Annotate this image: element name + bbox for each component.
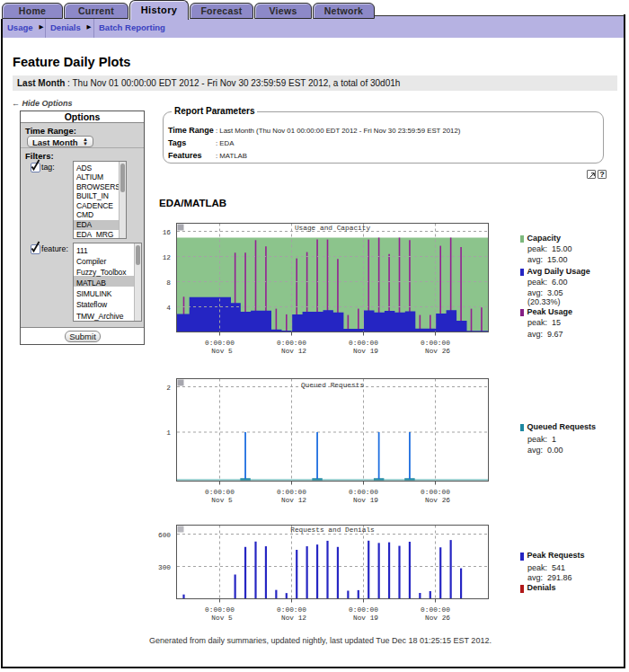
- svg-text:0:00:00: 0:00:00: [205, 340, 235, 347]
- svg-text:0:00:00: 0:00:00: [277, 606, 306, 614]
- svg-text:0:00:00: 0:00:00: [421, 606, 450, 614]
- svg-text:Nov 26: Nov 26: [425, 348, 450, 355]
- svg-text:300: 300: [158, 564, 171, 571]
- svg-text:Nov 26: Nov 26: [425, 497, 450, 504]
- svg-text:Nov 5: Nov 5: [211, 348, 233, 355]
- svg-text:1: 1: [166, 429, 171, 437]
- svg-text:0:00:00: 0:00:00: [349, 606, 378, 614]
- svg-text:600: 600: [158, 532, 171, 539]
- svg-text:Usage and Capacity: Usage and Capacity: [295, 225, 371, 232]
- svg-text:Nov 5: Nov 5: [211, 615, 233, 622]
- svg-text:0:00:00: 0:00:00: [421, 340, 450, 347]
- svg-text:Nov 12: Nov 12: [281, 497, 306, 504]
- svg-text:0:00:00: 0:00:00: [349, 340, 378, 347]
- svg-text:Nov 19: Nov 19: [353, 348, 378, 355]
- svg-text:0:00:00: 0:00:00: [277, 340, 306, 347]
- svg-text:Nov 12: Nov 12: [281, 615, 306, 622]
- svg-text:0:00:00: 0:00:00: [349, 489, 378, 496]
- svg-text:Nov 12: Nov 12: [281, 348, 306, 355]
- svg-text:Nov 19: Nov 19: [353, 497, 378, 504]
- svg-text:Nov 19: Nov 19: [353, 615, 378, 622]
- svg-text:0:00:00: 0:00:00: [277, 489, 306, 496]
- svg-text:Requests and Denials: Requests and Denials: [290, 526, 375, 534]
- svg-text:12: 12: [163, 254, 172, 261]
- svg-text:Nov 5: Nov 5: [211, 497, 233, 504]
- svg-text:16: 16: [163, 229, 172, 236]
- svg-text:4: 4: [166, 305, 171, 312]
- svg-text:0:00:00: 0:00:00: [421, 489, 450, 496]
- svg-text:0:00:00: 0:00:00: [205, 606, 235, 614]
- svg-text:8: 8: [166, 279, 171, 287]
- svg-text:Queued Requests: Queued Requests: [301, 382, 365, 389]
- svg-text:0:00:00: 0:00:00: [205, 489, 235, 496]
- svg-text:2: 2: [166, 385, 171, 392]
- svg-text:Nov 26: Nov 26: [425, 615, 450, 622]
